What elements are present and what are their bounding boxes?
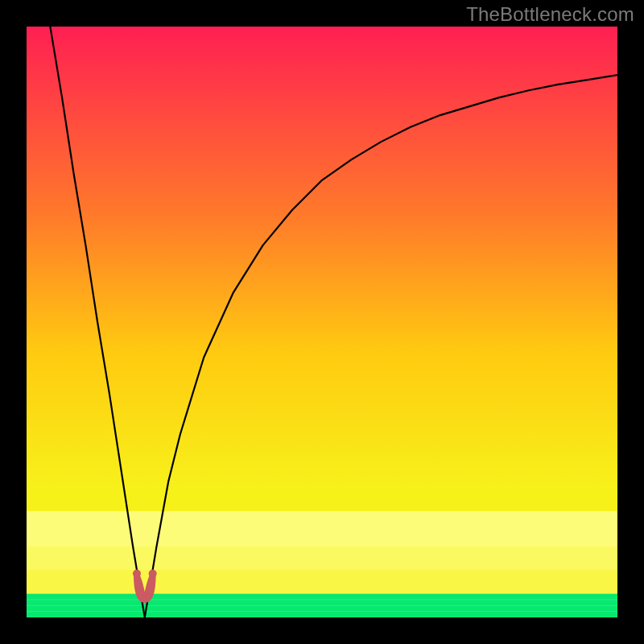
frame-left	[0, 0, 27, 644]
frame-bottom	[0, 617, 644, 644]
watermark-label: TheBottleneck.com	[466, 3, 634, 26]
min-marker-dot	[141, 595, 149, 603]
yellow-band-2	[27, 511, 617, 547]
chart-frame: { "watermark": "TheBottleneck.com", "cha…	[0, 0, 644, 644]
yellow-band-1	[27, 547, 617, 570]
min-marker-dot	[133, 569, 141, 577]
yellow-band-0	[27, 570, 617, 593]
min-marker-dot	[149, 569, 157, 577]
frame-right	[617, 0, 644, 644]
bottleneck-chart	[0, 0, 644, 644]
